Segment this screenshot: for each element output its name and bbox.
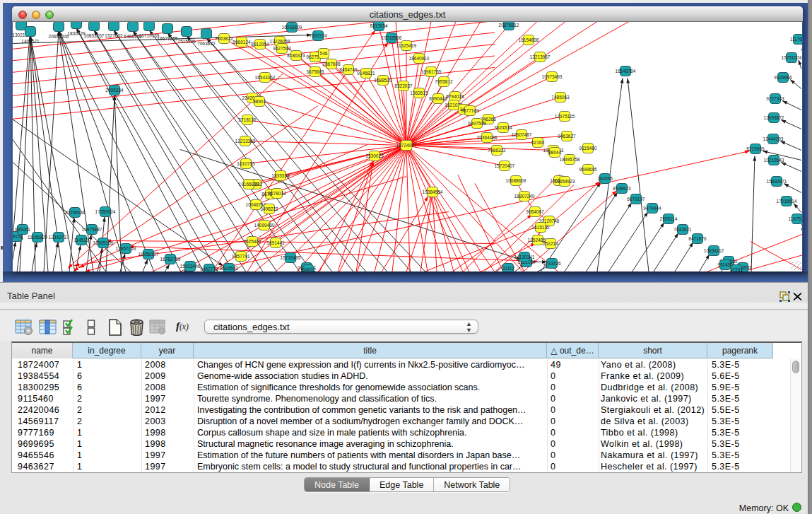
svg-text:9474444: 9474444 — [643, 206, 661, 211]
svg-text:19384554: 19384554 — [423, 189, 443, 194]
svg-text:12505155: 12505155 — [93, 240, 114, 245]
svg-text:3498222: 3498222 — [260, 206, 278, 211]
svg-text:10719155: 10719155 — [139, 33, 160, 38]
svg-text:10688609: 10688609 — [506, 178, 526, 183]
svg-text:10210643: 10210643 — [764, 158, 784, 163]
svg-text:98044: 98044 — [548, 150, 561, 155]
svg-text:16671355: 16671355 — [158, 36, 178, 41]
svg-text:1330023: 1330023 — [365, 153, 384, 158]
svg-text:10312: 10312 — [502, 266, 514, 271]
svg-text:17957253: 17957253 — [116, 246, 136, 251]
svg-text:11156829: 11156829 — [28, 235, 47, 240]
svg-text:1117640: 1117640 — [790, 37, 802, 42]
svg-text:1615132: 1615132 — [531, 225, 550, 230]
svg-text:7986322: 7986322 — [488, 148, 506, 153]
svg-text:11325419: 11325419 — [396, 43, 417, 48]
svg-text:6794028: 6794028 — [446, 94, 464, 99]
svg-text:9462733: 9462733 — [200, 267, 218, 271]
svg-text:835061: 835061 — [15, 227, 30, 232]
svg-text:8215955: 8215955 — [746, 146, 765, 151]
svg-text:2867608: 2867608 — [322, 62, 341, 66]
svg-text:16154808: 16154808 — [519, 37, 539, 42]
svg-text:19218506: 19218506 — [382, 35, 402, 40]
svg-text:1167534: 1167534 — [789, 216, 802, 221]
svg-text:18807249: 18807249 — [514, 194, 535, 199]
svg-text:9457791: 9457791 — [232, 254, 250, 259]
svg-text:252214: 252214 — [543, 241, 558, 246]
svg-text:9329966: 9329966 — [774, 75, 792, 80]
svg-text:18495758: 18495758 — [560, 157, 580, 162]
svg-text:15751074: 15751074 — [782, 55, 802, 60]
svg-text:8938923: 8938923 — [613, 186, 631, 191]
svg-text:9227343: 9227343 — [766, 96, 784, 101]
svg-text:14130141: 14130141 — [514, 255, 535, 259]
svg-text:1691441: 1691441 — [266, 240, 285, 245]
svg-text:7663822: 7663822 — [197, 41, 216, 46]
svg-text:2935114: 2935114 — [660, 216, 678, 221]
svg-text:9627503: 9627503 — [273, 46, 291, 51]
svg-text:20691406: 20691406 — [49, 34, 69, 39]
svg-text:8990443: 8990443 — [429, 96, 447, 101]
svg-text:15692971: 15692971 — [767, 179, 787, 184]
svg-text:8524502: 8524502 — [220, 266, 238, 271]
svg-text:98901: 98901 — [253, 99, 266, 104]
svg-text:992450: 992450 — [717, 262, 733, 267]
svg-text:18640910: 18640910 — [409, 56, 430, 61]
svg-text:1588520: 1588520 — [374, 78, 392, 83]
svg-text:10654112: 10654112 — [704, 248, 724, 253]
svg-text:12213363: 12213363 — [235, 139, 256, 144]
svg-text:7632621: 7632621 — [673, 227, 692, 232]
svg-text:16033809: 16033809 — [282, 25, 302, 30]
svg-text:9146821: 9146821 — [357, 71, 375, 76]
svg-text:10958107: 10958107 — [139, 252, 159, 257]
svg-text:7625402: 7625402 — [243, 239, 261, 244]
svg-text:954012: 954012 — [300, 267, 316, 271]
svg-text:7357224: 7357224 — [309, 33, 327, 38]
svg-text:39154: 39154 — [13, 234, 23, 239]
svg-text:8186323: 8186323 — [287, 53, 305, 58]
svg-text:10607487: 10607487 — [512, 132, 532, 137]
svg-text:9463627: 9463627 — [558, 134, 576, 139]
svg-text:2005334: 2005334 — [105, 88, 124, 93]
svg-text:8912954: 8912954 — [251, 42, 269, 47]
svg-text:9699695: 9699695 — [579, 167, 597, 172]
svg-text:1527602: 1527602 — [105, 33, 123, 38]
svg-text:13226058: 13226058 — [270, 39, 290, 44]
svg-text:19166829: 19166829 — [239, 182, 259, 187]
svg-text:1405571: 1405571 — [21, 39, 40, 44]
svg-text:12444193: 12444193 — [763, 136, 784, 141]
svg-text:20876812: 20876812 — [499, 23, 519, 28]
svg-text:12975115: 12975115 — [555, 114, 575, 119]
svg-text:2718126: 2718126 — [238, 117, 257, 122]
svg-text:1733426: 1733426 — [543, 261, 561, 266]
svg-text:1830429: 1830429 — [67, 31, 86, 36]
svg-text:15716485: 15716485 — [281, 255, 301, 260]
svg-text:8813054: 8813054 — [370, 23, 388, 28]
svg-text:16543362: 16543362 — [255, 75, 276, 80]
svg-text:6679197: 6679197 — [627, 197, 645, 201]
svg-text:19654923: 19654923 — [555, 179, 575, 184]
svg-text:9084067: 9084067 — [526, 209, 544, 214]
svg-text:3675685: 3675685 — [306, 69, 324, 74]
svg-text:10973493: 10973493 — [542, 74, 563, 79]
svg-text:20206536: 20206536 — [65, 210, 86, 215]
svg-text:17016514: 17016514 — [777, 199, 797, 204]
svg-text:14099489: 14099489 — [254, 223, 275, 228]
svg-text:12093872: 12093872 — [764, 115, 784, 120]
svg-text:7955812: 7955812 — [435, 79, 453, 84]
svg-text:62160: 62160 — [531, 140, 544, 145]
svg-text:15923446: 15923446 — [180, 264, 201, 269]
svg-text:8454749: 8454749 — [339, 67, 358, 72]
svg-text:87231: 87231 — [730, 267, 743, 271]
svg-text:8471676: 8471676 — [688, 236, 707, 241]
svg-text:8678033: 8678033 — [268, 191, 286, 196]
svg-text:7663822: 7663822 — [215, 36, 233, 41]
svg-text:16648784: 16648784 — [616, 69, 636, 74]
svg-text:12342737: 12342737 — [49, 235, 69, 240]
svg-text:1362615: 1362615 — [410, 90, 428, 95]
svg-text:17359924: 17359924 — [95, 209, 116, 214]
svg-text:6497508: 6497508 — [468, 121, 486, 126]
svg-text:546: 546 — [320, 51, 328, 56]
svg-text:16961755: 16961755 — [421, 69, 442, 74]
svg-text:9877169: 9877169 — [461, 108, 479, 113]
